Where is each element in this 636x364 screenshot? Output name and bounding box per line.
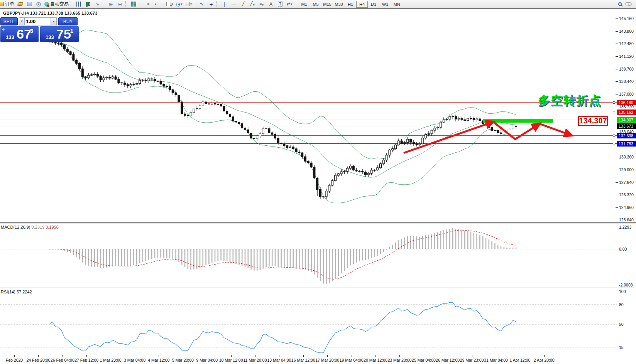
arrows-button[interactable]: ⇄▾ [285,0,294,8]
timeframe-button-H4[interactable]: H4 [356,1,368,8]
price-tag-131.783: 131.783 [617,141,636,147]
signal-button[interactable] [34,0,43,8]
price-axis-label: 138.440 [619,79,634,84]
sell-price-panel[interactable]: 133 67 3 [0,26,39,42]
vertical-line-button[interactable]: │ [220,0,229,8]
new-chart-button[interactable]: + ▾ [165,0,174,8]
step-back-button[interactable]: ⇤ [152,0,161,8]
autotrading-button[interactable]: 自动交易 [43,0,70,8]
price-axis-label: 145.160 [619,16,634,21]
cursor-icon: ↖ [200,1,204,7]
volume-increase-button[interactable]: ▲ [51,17,57,25]
arrows-icon: ⇄ [287,2,290,7]
buy-price-panel[interactable]: 133 75 1 [40,26,79,42]
tile-windows-icon [131,2,136,7]
market-watch-button[interactable] [25,0,34,8]
macd-axis-label: -2.0003 [619,283,633,287]
buy-price-point: 1 [70,27,73,34]
price-tag-133.673: 133.673 [617,123,636,129]
step-forward-button[interactable]: ⇥ [142,0,152,8]
sell-button[interactable]: SELL [0,17,18,25]
cursor-button[interactable]: ↖ [197,0,206,8]
price-tick [616,132,618,132]
chart-canvas[interactable] [0,0,636,364]
price-tick [616,157,618,157]
zoom-out-icon: ⊖ [118,1,122,7]
timeframe-button-W1[interactable]: W1 [379,1,391,8]
timeframe-button-M5[interactable]: M5 [310,1,321,8]
macd-signal-value: 0.1956 [46,225,59,229]
time-tick [38,355,39,357]
channel-button[interactable]: ╱E [248,0,257,8]
timeframe-button-H1[interactable]: H1 [345,1,356,8]
zoom-in-button[interactable]: ⊕ [106,0,115,8]
time-tick [135,355,135,357]
step-forward-icon: ⇥ [145,2,149,7]
price-axis-label: 139.760 [619,67,634,71]
price-tick [616,195,618,195]
horizontal-line-icon: — [232,2,236,7]
line-handle [613,135,615,137]
rsi-axis-label: 50 [619,322,624,327]
search-button[interactable] [615,0,624,8]
timeframe-button-MN[interactable]: MN [391,1,403,8]
zoom-out-button[interactable]: ⊖ [115,0,125,8]
timeframe-button-M1[interactable]: M1 [298,1,310,8]
text-button[interactable]: A [266,0,276,8]
templates-button[interactable]: ▾ [184,0,193,8]
vertical-line-icon: │ [223,2,226,7]
time-axis[interactable]: Feb 202024 Feb 20:0026 Feb 04:0027 Feb 1… [0,355,636,364]
fibonacci-button[interactable]: ≡F [257,0,266,8]
line-chart-type-button[interactable]: ∿ [93,0,102,8]
price-tick [616,207,618,208]
bar-chart-type-button[interactable] [74,0,83,8]
candle-chart-type-button[interactable] [83,0,93,8]
volume-decrease-button[interactable]: ▼ [19,17,25,25]
annotation-text[interactable]: 多空转折点 [538,93,602,109]
volume-input[interactable] [25,17,51,25]
line-handle [613,143,615,145]
time-tick [424,355,424,357]
toolbar-separator [194,1,196,7]
trendline-button[interactable]: ╱ [238,0,248,8]
chat-button[interactable] [624,0,634,8]
periods-button[interactable]: ◷▾ [174,0,184,8]
price-axis-label: 129.000 [619,167,634,172]
pane-divider-macd[interactable] [0,222,636,224]
sell-price-figure: 133 [6,34,14,40]
tile-windows-button[interactable] [129,0,138,8]
macd-name: MACD(12,26,9) [1,225,30,229]
timeframe-button-M15[interactable]: M15 [321,1,333,8]
time-tick [63,355,63,357]
signal-icon [36,2,41,7]
time-tick [399,355,400,357]
price-axis-label: 127.640 [619,180,634,185]
time-tick [231,355,232,357]
time-tick [327,355,328,357]
time-tick [303,355,304,357]
horizontal-line-button[interactable]: — [229,0,238,8]
time-tick [544,355,545,357]
price-tick [616,69,618,69]
text-label-button[interactable]: T [276,0,285,8]
time-tick [472,355,472,357]
time-tick [376,355,376,357]
price-tick [616,94,618,94]
timeframe-button-M30[interactable]: M30 [333,1,345,8]
panel-collapse-icon [2,28,5,31]
new-order-button[interactable]: 订单 [0,0,15,8]
annotation-price-label[interactable]: 134.307 [578,116,608,126]
price-tick [616,81,618,82]
price-tag-135.162: 135.162 [617,110,636,115]
crosshair-button[interactable]: + [206,0,216,8]
sell-price-point: 3 [30,27,33,34]
buy-button[interactable]: BUY [58,17,78,25]
timeframe-button-D1[interactable]: D1 [368,1,379,8]
chat-icon [627,2,632,6]
macd-label: MACD(12,26,9) 0.2319 0.1956 [1,225,59,229]
pane-divider-rsi[interactable] [0,288,636,289]
gold-button[interactable] [15,0,25,8]
market-watch-icon [27,2,32,6]
price-axis-label: 123.640 [619,217,634,222]
price-axis-label: 130.360 [619,155,634,159]
